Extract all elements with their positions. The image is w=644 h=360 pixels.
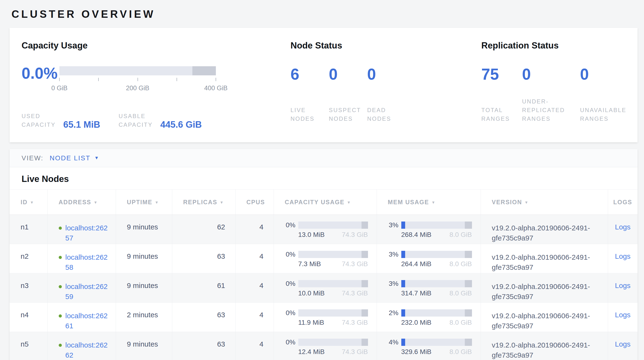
capacity-usage-title: Capacity Usage xyxy=(22,40,290,51)
capacity-bar-reserved-segment xyxy=(362,309,368,316)
table-row: n2 localhost:26258 9 minutes 63 4 0% 7.3… xyxy=(10,244,638,273)
node-mem-usage-cell: 3% 264.4 MiB 8.0 GiB xyxy=(376,244,480,273)
live-nodes-stat: 6 LIVE NODES xyxy=(290,66,329,123)
node-address-link[interactable]: localhost:26259 xyxy=(66,282,108,300)
logs-link[interactable]: Logs xyxy=(615,311,630,319)
node-replicas-cell: 62 xyxy=(172,215,235,244)
table-row: n1 localhost:26257 9 minutes 62 4 0% 13.… xyxy=(10,215,638,244)
node-logs-cell: Logs xyxy=(608,332,638,360)
column-header-address[interactable]: ADDRESS▼ xyxy=(48,190,116,215)
table-row: n4 localhost:26261 2 minutes 63 4 0% 11.… xyxy=(10,303,638,332)
unavailable-ranges-label: UNAVAILABLE RANGES xyxy=(580,106,636,123)
capacity-usage-bar xyxy=(298,309,368,316)
capacity-usage-bar xyxy=(298,280,368,287)
capacity-usage-bar xyxy=(298,222,368,229)
mem-bar-reserved-segment xyxy=(465,222,472,229)
column-header-logs: LOGS xyxy=(608,190,638,215)
column-header-mem-usage[interactable]: MEM USAGE▼ xyxy=(376,190,480,215)
logs-link[interactable]: Logs xyxy=(615,282,630,289)
table-row: n3 localhost:26259 9 minutes 61 4 0% 10.… xyxy=(10,273,638,303)
mem-bar-fill xyxy=(401,251,405,258)
node-uptime-cell: 9 minutes xyxy=(116,273,172,303)
sort-icon: ▼ xyxy=(347,200,351,205)
usable-capacity-label: USABLE CAPACITY xyxy=(118,112,159,129)
total-ranges-value: 75 xyxy=(481,66,522,82)
logs-link[interactable]: Logs xyxy=(615,223,630,231)
capacity-axis: 0 GiB 200 GiB 400 GiB xyxy=(60,78,216,95)
node-address-link[interactable]: localhost:26258 xyxy=(66,253,108,271)
capacity-bar-reserved-segment xyxy=(362,222,368,229)
mem-bar-fill xyxy=(401,222,405,229)
node-replicas-cell: 63 xyxy=(172,303,235,332)
capacity-bar xyxy=(60,66,216,75)
sort-icon: ▼ xyxy=(30,200,34,205)
usable-capacity-stat: USABLE CAPACITY 445.6 GiB xyxy=(118,112,202,129)
used-capacity-stat: USED CAPACITY 65.1 MiB xyxy=(22,112,118,129)
mem-bar-reserved-segment xyxy=(465,280,472,287)
node-address-link[interactable]: localhost:26257 xyxy=(66,224,108,242)
node-address-link[interactable]: localhost:26261 xyxy=(66,312,108,330)
view-bar: VIEW: NODE LIST ▼ xyxy=(10,149,638,167)
node-version-cell: v19.2.0-alpha.20190606-2491-gfe735c9a97 xyxy=(480,215,608,244)
axis-label-200: 200 GiB xyxy=(126,84,150,92)
chevron-down-icon: ▼ xyxy=(94,155,100,160)
capacity-bar-reserved-segment xyxy=(192,66,216,75)
column-header-version[interactable]: VERSION▼ xyxy=(480,190,608,215)
node-version-cell: v19.2.0-alpha.20190606-2491-gfe735c9a97 xyxy=(480,273,608,303)
node-status-section: Node Status 6 LIVE NODES 0 SUSPECT NODES… xyxy=(290,40,481,129)
mem-usage-bar xyxy=(401,309,472,316)
under-replicated-ranges-stat: 0 UNDER-REPLICATED RANGES xyxy=(522,66,580,123)
node-id-cell: n3 xyxy=(10,273,48,303)
node-replicas-cell: 61 xyxy=(172,273,235,303)
node-id-cell: n2 xyxy=(10,244,48,273)
node-cpus-cell: 4 xyxy=(235,273,274,303)
node-address-cell: localhost:26261 xyxy=(48,303,116,332)
under-replicated-ranges-value: 0 xyxy=(522,66,580,82)
sort-icon: ▼ xyxy=(155,200,159,205)
mem-bar-reserved-segment xyxy=(465,251,472,258)
sort-icon: ▼ xyxy=(220,200,224,205)
mem-bar-fill xyxy=(401,280,405,287)
used-capacity-label: USED CAPACITY xyxy=(22,112,62,129)
cluster-summary-panel: Capacity Usage 0.0% 0 GiB 200 GiB 400 Gi… xyxy=(10,28,638,142)
node-version-cell: v19.2.0-alpha.20190606-2491-gfe735c9a97 xyxy=(480,244,608,273)
node-capacity-usage-cell: 0% 11.9 MiB 74.3 GiB xyxy=(274,303,376,332)
node-cpus-cell: 4 xyxy=(235,215,274,244)
live-nodes-label: LIVE NODES xyxy=(290,106,324,123)
view-selected-value: NODE LIST xyxy=(50,154,90,162)
mem-bar-reserved-segment xyxy=(465,339,472,346)
table-header-row: ID▼ ADDRESS▼ UPTIME▼ REPLICAS▼ CPUS CAPA… xyxy=(10,190,638,215)
node-uptime-cell: 2 minutes xyxy=(116,303,172,332)
node-address-cell: localhost:26258 xyxy=(48,244,116,273)
page-title: CLUSTER OVERVIEW xyxy=(12,8,638,20)
node-mem-usage-cell: 2% 232.0 MiB 8.0 GiB xyxy=(376,303,480,332)
capacity-usage-bar xyxy=(298,339,368,346)
sort-icon: ▼ xyxy=(524,200,529,205)
node-mem-usage-cell: 3% 314.7 MiB 8.0 GiB xyxy=(376,273,480,303)
node-cpus-cell: 4 xyxy=(235,303,274,332)
usable-capacity-value: 445.6 GiB xyxy=(160,119,202,130)
logs-link[interactable]: Logs xyxy=(615,340,630,348)
node-address-cell: localhost:26262 xyxy=(48,332,116,360)
node-uptime-cell: 9 minutes xyxy=(116,215,172,244)
node-address-link[interactable]: localhost:26262 xyxy=(66,341,108,359)
node-live-status-icon xyxy=(59,314,62,317)
node-uptime-cell: 9 minutes xyxy=(116,244,172,273)
axis-label-400: 400 GiB xyxy=(204,84,228,92)
node-status-title: Node Status xyxy=(290,40,481,51)
node-cpus-cell: 4 xyxy=(235,244,274,273)
mem-usage-bar xyxy=(401,251,472,258)
column-header-id[interactable]: ID▼ xyxy=(10,190,48,215)
mem-usage-bar xyxy=(401,339,472,346)
view-selector-dropdown[interactable]: NODE LIST ▼ xyxy=(50,154,100,162)
column-header-replicas[interactable]: REPLICAS▼ xyxy=(172,190,235,215)
node-capacity-usage-cell: 0% 10.0 MiB 74.3 GiB xyxy=(274,273,376,303)
under-replicated-ranges-label: UNDER-REPLICATED RANGES xyxy=(522,97,576,123)
column-header-capacity-usage[interactable]: CAPACITY USAGE▼ xyxy=(274,190,376,215)
capacity-percent-value: 0.0% xyxy=(22,65,60,81)
total-ranges-stat: 75 TOTAL RANGES xyxy=(481,66,522,123)
node-list-panel: VIEW: NODE LIST ▼ Live Nodes ID▼ ADDRESS… xyxy=(10,149,638,360)
column-header-uptime[interactable]: UPTIME▼ xyxy=(116,190,172,215)
node-version-cell: v19.2.0-alpha.20190606-2491-gfe735c9a97 xyxy=(480,303,608,332)
logs-link[interactable]: Logs xyxy=(615,252,630,260)
